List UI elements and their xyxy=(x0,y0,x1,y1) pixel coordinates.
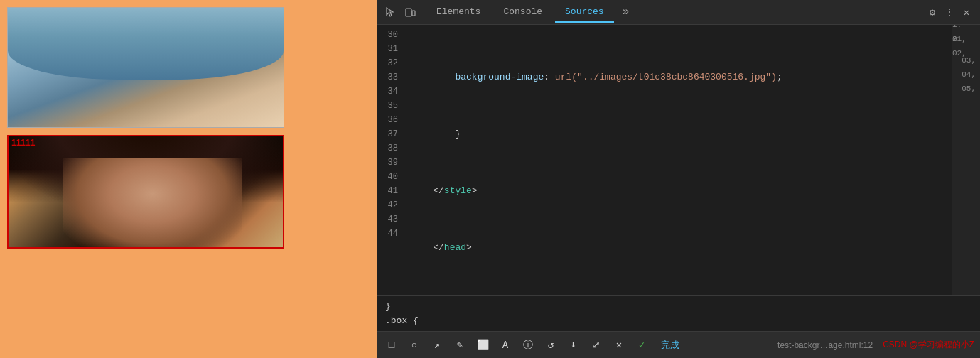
devtools-header: Elements Console Sources » ⚙ ⋮ ✕ xyxy=(377,0,980,25)
css-line-1: } xyxy=(385,301,971,312)
watermark: CSDN @学习编程的小Z xyxy=(883,339,974,351)
tab-sources[interactable]: Sources xyxy=(555,2,614,23)
code-line-30: background-image: url("../images/t01c38c… xyxy=(411,70,946,85)
bottom-css-preview: } .box { xyxy=(377,295,980,331)
close-icon[interactable]: ✕ xyxy=(959,4,974,20)
svg-rect-1 xyxy=(412,11,415,16)
sidebar-num-3: 03, xyxy=(952,53,980,67)
tool-pen[interactable]: ✎ xyxy=(451,336,469,354)
box2-label: 11111 xyxy=(11,138,35,148)
more-tabs-icon[interactable]: » xyxy=(617,1,635,23)
tool-info[interactable]: ⓘ xyxy=(519,336,537,354)
devtools-left-icons xyxy=(382,4,418,20)
code-line-32: </style> xyxy=(411,184,946,198)
tab-elements[interactable]: Elements xyxy=(426,2,490,23)
box1-image xyxy=(8,8,284,127)
device-icon[interactable] xyxy=(402,4,418,20)
done-button[interactable]: 完成 xyxy=(655,337,685,353)
tab-console[interactable]: Console xyxy=(493,2,552,23)
sidebar-num-5: 05, xyxy=(952,82,980,96)
devtools-right-icons: ⚙ ⋮ ✕ xyxy=(925,4,974,20)
devtools-panel: Elements Console Sources » ⚙ ⋮ ✕ 30 31 3… xyxy=(377,0,980,358)
tool-expand[interactable]: ⤢ xyxy=(587,336,605,354)
tool-checkmark[interactable]: ✓ xyxy=(632,336,651,354)
tool-arrow[interactable]: ↗ xyxy=(428,336,446,354)
svg-rect-0 xyxy=(406,9,411,16)
box-1-container: 11111 xyxy=(7,7,284,128)
line-numbers: 30 31 32 33 34 35 36 37 38 39 40 41 42 4… xyxy=(377,25,405,295)
box-2-container: 11111 xyxy=(7,135,284,249)
cursor-icon[interactable] xyxy=(382,4,398,20)
box2-image xyxy=(9,136,283,247)
file-info: test-backgr…age.html:12 xyxy=(777,340,873,350)
code-lines: background-image: url("../images/t01c38c… xyxy=(405,25,952,295)
bottom-toolbar: □ ○ ↗ ✎ ⬜ A ⓘ ↺ ⬇ ⤢ ✕ ✓ 完成 test-backgr…a… xyxy=(377,331,980,358)
tool-circle[interactable]: ○ xyxy=(405,336,424,354)
code-line-33: </head> xyxy=(411,241,946,255)
tool-text[interactable]: A xyxy=(496,336,515,354)
sidebar-num-4: 04, xyxy=(952,67,980,82)
preview-panel: 11111 11111 xyxy=(0,0,377,358)
tool-cancel[interactable]: ✕ xyxy=(610,336,628,354)
right-sidebar: 1. 01, 2. 02, 03, 04, 05, xyxy=(952,25,980,295)
css-line-2: .box { xyxy=(385,315,971,326)
code-line-31: } xyxy=(411,127,946,141)
tool-download[interactable]: ⬇ xyxy=(564,336,583,354)
tool-undo[interactable]: ↺ xyxy=(542,336,560,354)
sidebar-num-2: 2. 02, xyxy=(952,39,980,53)
more-options-icon[interactable]: ⋮ xyxy=(942,4,957,20)
tool-highlight[interactable]: ⬜ xyxy=(473,336,492,354)
code-editor: 30 31 32 33 34 35 36 37 38 39 40 41 42 4… xyxy=(377,25,980,295)
settings-icon[interactable]: ⚙ xyxy=(925,4,940,20)
tool-rect[interactable]: □ xyxy=(382,336,401,354)
